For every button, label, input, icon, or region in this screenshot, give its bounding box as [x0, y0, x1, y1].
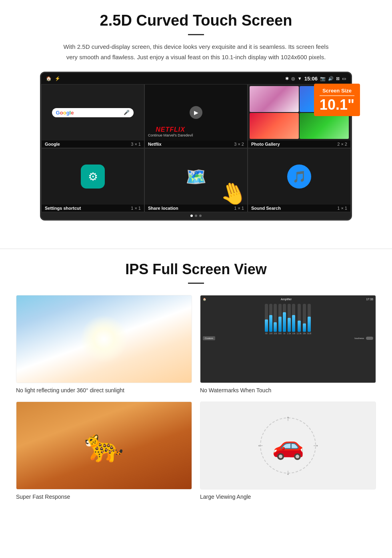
google-logo: Google	[56, 110, 74, 116]
eq-track	[269, 304, 272, 332]
app-cell-settings[interactable]: ⚙ Settings shortcut 1 × 1	[41, 148, 144, 212]
maps-preview: 🗺️ 🤚	[145, 149, 247, 205]
eq-bar-10k: 10k	[292, 304, 295, 335]
sunlight-image	[16, 295, 192, 383]
section2-divider	[188, 283, 204, 284]
eq-track	[308, 304, 311, 332]
feature-car: 🚗 ↑ → ↓ ← Large Viewing Angle	[200, 401, 376, 500]
photo-thumb-red	[250, 113, 299, 139]
eq-fill	[303, 323, 306, 332]
car-icon: 🚗	[272, 430, 304, 461]
amp-loudness-label: loudness	[354, 337, 373, 340]
app-cell-sound[interactable]: 🎵 Sound Search 1 × 1	[248, 148, 351, 212]
section-curved-screen: 2.5D Curved Touch Screen With 2.5D curve…	[0, 0, 392, 229]
badge-size: 10.1"	[320, 98, 354, 112]
usb-icon: ⚡	[55, 76, 60, 81]
eq-track	[265, 304, 268, 332]
dot-1	[190, 215, 193, 217]
eq-fill	[274, 322, 277, 332]
eq-label-sub: SUB	[307, 332, 311, 335]
eq-bar-1k: 1k	[283, 304, 286, 335]
cheetah-visual: 🐆	[16, 402, 192, 489]
eq-fill	[269, 315, 272, 332]
arrow-top: ↑	[286, 414, 290, 423]
photo-thumb-flower	[250, 86, 299, 112]
eq-fill	[278, 317, 282, 332]
eq-bar-sub: SUB	[307, 304, 311, 335]
netflix-overlay: NETFLIX Continue Marvel's Daredevil	[148, 126, 193, 137]
feature-amplifier: 🏠 Amplifier 17:33 60 100	[200, 295, 376, 393]
google-label: Google 3 × 1	[42, 141, 144, 148]
photos-app-name: Photo Gallery	[251, 142, 280, 147]
amplifier-visual: 🏠 Amplifier 17:33 60 100	[200, 295, 376, 383]
netflix-app-size: 3 × 2	[234, 142, 244, 147]
netflix-subtitle: Continue Marvel's Daredevil	[148, 133, 193, 137]
eq-bar-12k: 12.5k	[296, 304, 301, 335]
device-frame: 🏠 ⚡ ✱ ◎ ▼ 15:06 📷 🔊 ⊠ ▭	[40, 72, 352, 221]
car-image: 🚗 ↑ → ↓ ←	[200, 401, 376, 490]
sunlight-visual	[16, 295, 192, 383]
badge-title: Screen Size	[320, 88, 354, 96]
netflix-label: Netflix 3 × 2	[145, 141, 247, 148]
amp-custom-btn[interactable]: Custom	[203, 336, 215, 340]
cheetah-image: 🐆	[16, 401, 192, 490]
eq-fill	[292, 315, 295, 332]
status-right: ✱ ◎ ▼ 15:06 📷 🔊 ⊠ ▭	[285, 76, 346, 82]
settings-app-name: Settings shortcut	[45, 206, 81, 211]
page-dots	[41, 212, 351, 219]
location-icon: ◎	[291, 76, 295, 81]
netflix-play-btn[interactable]: ▶	[190, 106, 202, 119]
google-search-bar[interactable]: Google 🎤	[52, 108, 134, 117]
mic-icon: 🎤	[124, 110, 130, 115]
eq-bar-200: 200	[274, 304, 277, 335]
eq-track	[283, 304, 286, 332]
app-cell-netflix[interactable]: ▶ NETFLIX Continue Marvel's Daredevil Ne…	[144, 84, 248, 148]
eq-fill	[308, 317, 311, 332]
music-note-icon: 🎵	[292, 170, 306, 183]
eq-track	[292, 304, 295, 332]
eq-bar-15k: 15k	[303, 304, 306, 335]
netflix-app-name: Netflix	[148, 142, 162, 147]
loudness-toggle[interactable]	[366, 337, 373, 340]
app-cell-google[interactable]: Google 🎤 Google 3 × 1	[41, 84, 144, 148]
amplifier-image: 🏠 Amplifier 17:33 60 100	[200, 295, 376, 383]
eq-label-500: 500	[278, 332, 282, 335]
section1-title: 2.5D Curved Touch Screen	[24, 12, 368, 29]
google-preview: Google 🎤	[42, 84, 144, 141]
car-circle: 🚗 ↑ → ↓ ←	[260, 417, 316, 474]
maps-label: Share location 1 × 1	[145, 205, 247, 212]
amp-bottom: Custom loudness	[203, 336, 373, 340]
eq-track	[298, 304, 301, 332]
google-app-name: Google	[45, 142, 60, 147]
eq-bar-60: 60	[265, 304, 268, 335]
maps-app-size: 1 × 1	[234, 206, 244, 211]
sound-app-name: Sound Search	[251, 206, 281, 211]
eq-label-100: 100	[269, 332, 272, 335]
eq-fill	[298, 321, 301, 332]
app-cell-maps[interactable]: 🗺️ 🤚 Share location 1 × 1	[144, 148, 248, 212]
status-time: 15:06	[304, 76, 318, 82]
eq-track	[303, 304, 306, 332]
gear-icon: ⚙	[88, 170, 98, 183]
eq-label-2k: 2.5k	[287, 332, 291, 335]
arrow-right: →	[312, 442, 319, 450]
maps-icon: 🗺️	[186, 167, 206, 187]
eq-bars: 60 100 200 500	[203, 303, 373, 335]
sunlight-caption: No light reflecting under 360° direct su…	[16, 387, 192, 393]
section1-description: With 2.5D curved-display screen, this de…	[60, 42, 332, 62]
feature-sunlight: No light reflecting under 360° direct su…	[16, 295, 192, 393]
eq-fill	[265, 319, 268, 332]
sound-icon-wrap: 🎵	[287, 165, 311, 189]
amp-statusbar: 🏠 Amplifier 17:33	[203, 298, 373, 301]
close-icon: ⊠	[336, 76, 340, 81]
photos-label: Photo Gallery 2 × 2	[248, 141, 350, 148]
status-bar: 🏠 ⚡ ✱ ◎ ▼ 15:06 📷 🔊 ⊠ ▭	[41, 73, 351, 84]
maps-app-name: Share location	[148, 206, 178, 211]
arrow-left: ←	[257, 442, 264, 450]
google-app-size: 3 × 1	[131, 142, 141, 147]
settings-app-size: 1 × 1	[131, 206, 141, 211]
sound-preview: 🎵	[248, 149, 350, 205]
home-icon: 🏠	[46, 76, 52, 81]
cheetah-caption: Super Fast Response	[16, 494, 192, 500]
feature-cheetah: 🐆 Super Fast Response	[16, 401, 192, 500]
